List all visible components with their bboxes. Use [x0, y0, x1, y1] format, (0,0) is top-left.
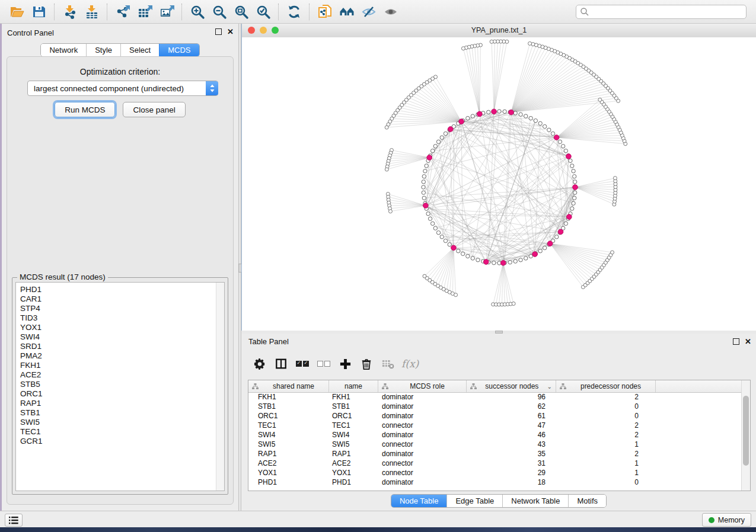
cell-name[interactable]: RAP1 [328, 449, 377, 459]
mcds-result-item[interactable]: YOX1 [20, 323, 216, 332]
graph-hub-node[interactable] [483, 259, 489, 265]
cell-predecessor-nodes[interactable]: 1 [554, 468, 653, 477]
graph-node[interactable] [508, 260, 512, 264]
show-column-icon[interactable] [273, 355, 289, 372]
graph-node[interactable] [569, 159, 572, 162]
graph-node[interactable] [428, 217, 432, 220]
cell-name[interactable]: SWI4 [328, 430, 377, 440]
graph-node[interactable] [573, 180, 576, 184]
graph-hub-node[interactable] [427, 155, 432, 161]
cell-name[interactable]: ORC1 [328, 411, 377, 421]
import-network-button[interactable] [59, 2, 81, 21]
graph-node[interactable] [513, 259, 517, 263]
cell-predecessor-nodes[interactable]: 2 [554, 421, 653, 430]
graph-node[interactable] [519, 113, 522, 116]
table-row[interactable]: STB1STB1dominator620 [248, 402, 742, 411]
cell-successor-nodes[interactable]: 96 [465, 392, 554, 402]
mcds-result-item[interactable]: SWI4 [20, 332, 216, 342]
select-all-columns-icon[interactable] [295, 355, 310, 372]
mcds-result-item[interactable]: STB1 [20, 408, 216, 418]
network-graph[interactable] [242, 37, 755, 330]
show-all-button[interactable] [379, 2, 401, 21]
cell-predecessor-nodes[interactable]: 1 [554, 459, 653, 468]
mcds-result-item[interactable]: STP4 [20, 304, 216, 313]
cell-successor-nodes[interactable]: 46 [465, 430, 554, 440]
cell-predecessor-nodes[interactable]: 2 [554, 449, 653, 459]
graph-hub-node[interactable] [547, 241, 553, 246]
tab-node-table[interactable]: Node Table [391, 495, 447, 507]
graph-node[interactable] [422, 196, 426, 200]
graph-node[interactable] [422, 185, 425, 189]
log-console-button[interactable] [5, 514, 23, 527]
mcds-result-item[interactable]: RAP1 [20, 399, 216, 408]
graph-node[interactable] [613, 177, 617, 180]
graph-node[interactable] [524, 257, 528, 260]
graph-hub-node[interactable] [500, 261, 506, 266]
graph-node[interactable] [461, 252, 464, 255]
graph-node[interactable] [538, 249, 542, 252]
cell-shared-name[interactable]: ACE2 [248, 459, 328, 468]
graph-hub-node[interactable] [567, 214, 572, 220]
graph-hub-node[interactable] [554, 135, 559, 140]
graph-node[interactable] [538, 121, 542, 125]
apply-layout-button[interactable] [283, 2, 305, 21]
mcds-result-item[interactable]: ACE2 [20, 370, 216, 380]
graph-node[interactable] [426, 212, 430, 216]
tab-edge-table[interactable]: Edge Table [446, 495, 502, 507]
mcds-result-item[interactable]: SRD1 [20, 342, 216, 351]
graph-hub-node[interactable] [451, 245, 457, 251]
graph-hub-node[interactable] [423, 203, 429, 209]
graph-node[interactable] [430, 222, 434, 225]
cell-name[interactable]: ACE2 [328, 459, 377, 468]
memory-button[interactable]: Memory [702, 513, 751, 527]
unselect-all-columns-icon[interactable] [316, 355, 331, 372]
graph-node[interactable] [433, 145, 437, 148]
table-row[interactable]: TEC1TEC1connector472 [248, 421, 742, 430]
cell-predecessor-nodes[interactable]: 1 [554, 440, 653, 449]
cell-shared-name[interactable]: SWI5 [248, 440, 328, 449]
cell-predecessor-nodes[interactable]: 2 [554, 430, 653, 440]
graph-node[interactable] [440, 136, 444, 139]
zoom-out-button[interactable] [208, 2, 230, 21]
cell-shared-name[interactable]: TEC1 [248, 421, 328, 430]
hide-selected-button[interactable] [358, 2, 379, 21]
graph-node[interactable] [570, 164, 574, 168]
cell-name[interactable]: TEC1 [328, 421, 377, 430]
sort-chevron-icon[interactable]: ⌄ [547, 383, 552, 390]
cell-name[interactable]: FKH1 [328, 392, 377, 402]
cell-successor-nodes[interactable]: 35 [465, 449, 554, 459]
cell-shared-name[interactable]: ORC1 [248, 411, 328, 421]
graph-node[interactable] [423, 169, 427, 173]
graph-node[interactable] [564, 149, 567, 152]
graph-node[interactable] [572, 169, 575, 173]
float-panel-icon[interactable] [215, 28, 222, 35]
graph-node[interactable] [497, 110, 501, 113]
cell-predecessor-nodes[interactable]: 0 [554, 477, 653, 487]
graph-node[interactable] [444, 132, 447, 135]
mcds-result-item[interactable]: PMA2 [20, 351, 216, 361]
graph-node[interactable] [543, 246, 547, 249]
cell-MCDS-role[interactable]: dominator [377, 392, 465, 402]
graph-node[interactable] [440, 235, 444, 239]
cell-shared-name[interactable]: FKH1 [248, 392, 328, 402]
graph-node[interactable] [513, 111, 517, 115]
graph-node[interactable] [422, 191, 425, 194]
mcds-result-item[interactable]: STB5 [20, 380, 216, 389]
float-panel-icon[interactable] [733, 338, 739, 345]
delete-column-icon[interactable] [359, 355, 374, 372]
graph-node[interactable] [436, 231, 440, 235]
graph-node[interactable] [573, 191, 576, 194]
cell-MCDS-role[interactable]: connector [377, 468, 465, 477]
zoom-selected-button[interactable] [252, 2, 274, 21]
cell-name[interactable]: YOX1 [328, 468, 377, 477]
graph-node[interactable] [564, 222, 567, 225]
mcds-result-item[interactable]: SWI5 [20, 418, 216, 427]
graph-node[interactable] [430, 149, 434, 152]
optimization-criterion-select[interactable]: largest connected component (undirected) [27, 81, 218, 96]
graph-node[interactable] [385, 168, 388, 171]
cell-shared-name[interactable]: YOX1 [248, 468, 328, 477]
graph-node[interactable] [551, 132, 554, 135]
import-table-button[interactable] [81, 2, 103, 21]
table-row[interactable]: FKH1FKH1dominator962 [248, 392, 742, 402]
tab-motifs[interactable]: Motifs [568, 495, 606, 507]
